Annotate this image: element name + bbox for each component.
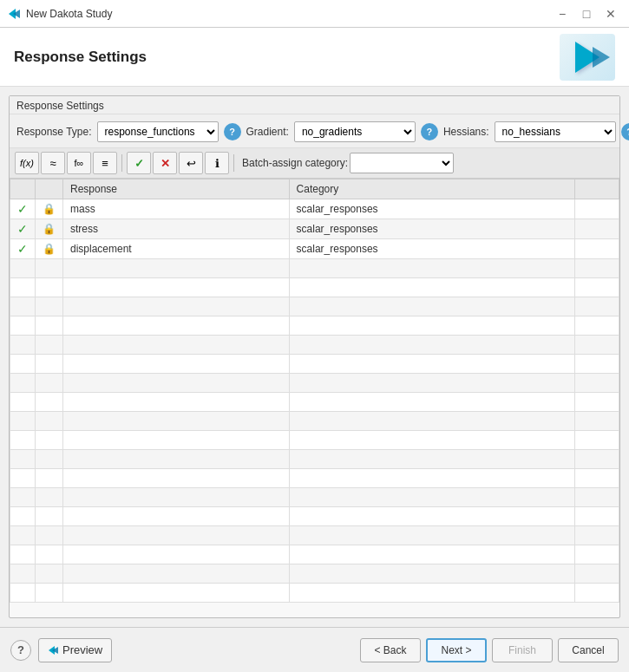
empty-row bbox=[10, 545, 619, 564]
gradient-label: Gradient: bbox=[246, 126, 289, 138]
response-settings-group: Response Settings Response Type: respons… bbox=[9, 95, 620, 618]
empty-row bbox=[10, 336, 619, 355]
col-lock-header bbox=[36, 179, 63, 199]
empty-row bbox=[10, 584, 619, 603]
category-cell: scalar_responses bbox=[289, 219, 575, 239]
finf-button[interactable]: f∞ bbox=[67, 152, 91, 174]
empty-row bbox=[10, 412, 619, 431]
check-button[interactable]: ✓ bbox=[127, 152, 151, 174]
close-button[interactable]: ✕ bbox=[600, 3, 622, 25]
empty-row bbox=[10, 488, 619, 507]
next-button[interactable]: Next > bbox=[426, 638, 487, 662]
empty-row bbox=[10, 526, 619, 545]
title-bar: New Dakota Study − □ ✕ bbox=[0, 0, 629, 28]
empty-row bbox=[10, 278, 619, 297]
response-type-select[interactable]: response_functions bbox=[97, 121, 219, 142]
table-row[interactable]: ✓ 🔒 stress scalar_responses bbox=[10, 219, 619, 239]
hessians-select[interactable]: no_hessians bbox=[495, 121, 616, 142]
main-content: Response Settings Response Type: respons… bbox=[0, 87, 629, 627]
response-cell: mass bbox=[63, 199, 290, 219]
settings-row: Response Type: response_functions ? Grad… bbox=[10, 114, 619, 148]
preview-label: Preview bbox=[62, 643, 102, 656]
header: Response Settings bbox=[0, 28, 629, 87]
extra-cell bbox=[575, 239, 619, 259]
info-button[interactable]: ℹ bbox=[205, 152, 229, 174]
gradient-info-button[interactable]: ? bbox=[421, 123, 438, 140]
back-button[interactable]: < Back bbox=[360, 638, 421, 662]
preview-button[interactable]: Preview bbox=[38, 638, 112, 662]
x-button[interactable]: ✕ bbox=[153, 152, 177, 174]
bottom-right: < Back Next > Finish Cancel bbox=[360, 638, 619, 662]
response-table: Response Category ✓ 🔒 mass scalar_respon… bbox=[10, 179, 619, 603]
response-type-info-button[interactable]: ? bbox=[224, 123, 241, 140]
approx-button[interactable]: ≈ bbox=[41, 152, 65, 174]
window-title: New Dakota Study bbox=[26, 8, 112, 20]
empty-row bbox=[10, 507, 619, 526]
batch-label: Batch-assign category: bbox=[242, 157, 348, 169]
response-type-label: Response Type: bbox=[16, 126, 92, 138]
empty-row bbox=[10, 564, 619, 584]
col-check-header bbox=[10, 179, 36, 199]
table-row[interactable]: ✓ 🔒 displacement scalar_responses bbox=[10, 239, 619, 259]
empty-row bbox=[10, 450, 619, 469]
category-cell: scalar_responses bbox=[289, 239, 575, 259]
check-cell: ✓ bbox=[10, 219, 36, 239]
hessians-info-button[interactable]: ? bbox=[621, 123, 629, 140]
response-table-container: Response Category ✓ 🔒 mass scalar_respon… bbox=[10, 179, 619, 620]
fx-button[interactable]: f(x) bbox=[15, 152, 39, 174]
bottom-left: ? Preview bbox=[10, 638, 112, 662]
response-cell: displacement bbox=[63, 239, 290, 259]
empty-row bbox=[10, 431, 619, 450]
page-title: Response Settings bbox=[14, 49, 147, 66]
cancel-button[interactable]: Cancel bbox=[558, 638, 619, 662]
extra-cell bbox=[575, 199, 619, 219]
empty-row bbox=[10, 374, 619, 393]
minimize-button[interactable]: − bbox=[551, 3, 573, 25]
list-button[interactable]: ≡ bbox=[93, 152, 117, 174]
undo-button[interactable]: ↩ bbox=[179, 152, 203, 174]
gradient-select[interactable]: no_gradients bbox=[294, 121, 416, 142]
check-cell: ✓ bbox=[10, 239, 36, 259]
lock-cell: 🔒 bbox=[36, 239, 63, 259]
table-row[interactable]: ✓ 🔒 mass scalar_responses bbox=[10, 199, 619, 219]
help-button[interactable]: ? bbox=[10, 640, 31, 661]
empty-row bbox=[10, 297, 619, 316]
lock-cell: 🔒 bbox=[36, 199, 63, 219]
col-response-header: Response bbox=[63, 179, 290, 199]
restore-button[interactable]: □ bbox=[575, 3, 598, 25]
empty-row bbox=[10, 316, 619, 336]
extra-cell bbox=[575, 219, 619, 239]
col-category-header: Category bbox=[289, 179, 575, 199]
app-logo bbox=[560, 34, 615, 81]
response-cell: stress bbox=[63, 219, 290, 239]
toolbar-separator-2 bbox=[233, 154, 234, 172]
app-icon bbox=[7, 7, 21, 21]
empty-row bbox=[10, 469, 619, 488]
col-extra-header bbox=[575, 179, 619, 199]
empty-row bbox=[10, 259, 619, 278]
finish-button[interactable]: Finish bbox=[492, 638, 553, 662]
category-cell: scalar_responses bbox=[289, 199, 575, 219]
group-box-title: Response Settings bbox=[10, 96, 619, 114]
empty-row bbox=[10, 355, 619, 374]
empty-row bbox=[10, 393, 619, 412]
lock-cell: 🔒 bbox=[36, 219, 63, 239]
preview-icon bbox=[48, 645, 58, 656]
toolbar-row: f(x) ≈ f∞ ≡ ✓ ✕ ↩ ℹ Batch-assign categor… bbox=[10, 148, 619, 179]
batch-assign-select[interactable] bbox=[350, 153, 454, 173]
check-cell: ✓ bbox=[10, 199, 36, 219]
hessians-label: Hessians: bbox=[443, 126, 489, 138]
bottom-bar: ? Preview < Back Next > Finish Cancel bbox=[0, 627, 629, 672]
window-controls: − □ ✕ bbox=[551, 3, 622, 25]
toolbar-separator-1 bbox=[121, 154, 122, 172]
